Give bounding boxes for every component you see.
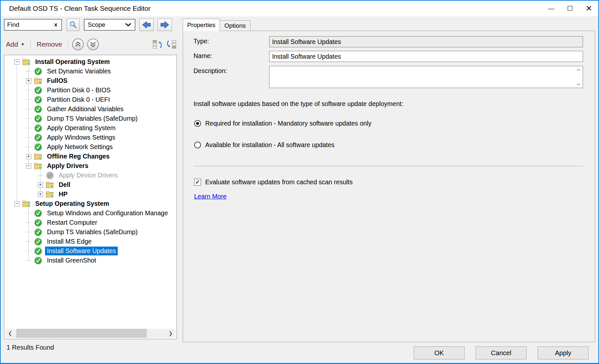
radio-button-icon[interactable] bbox=[194, 142, 201, 148]
tree-item[interactable]: Restart Computer bbox=[4, 218, 177, 227]
radio-required[interactable]: Required for installation - Mandatory so… bbox=[194, 120, 371, 127]
expand-list-button[interactable] bbox=[166, 38, 177, 50]
close-button[interactable]: ✕ bbox=[579, 1, 598, 16]
type-label: Type: bbox=[193, 36, 269, 47]
tree-expander[interactable]: − bbox=[24, 161, 33, 171]
tree-item[interactable]: Setup Windows and Configuration Manage bbox=[4, 208, 177, 218]
tree-stub bbox=[24, 256, 33, 265]
apply-button[interactable]: Apply bbox=[538, 346, 589, 359]
tree-item[interactable]: Gather Additional Variables bbox=[4, 104, 177, 114]
list-arrow-down-icon bbox=[166, 39, 177, 49]
tree-expander[interactable]: + bbox=[36, 180, 45, 190]
tree-item[interactable]: +HP bbox=[4, 190, 177, 199]
toolbar-separator bbox=[68, 39, 68, 49]
check-icon bbox=[34, 228, 42, 236]
tree-item[interactable]: +Offline Reg Changes bbox=[4, 152, 177, 161]
tree-item-label: Install MS Edge bbox=[45, 237, 94, 246]
tree-item[interactable]: Partition Disk 0 - UEFI bbox=[4, 95, 177, 104]
cancel-button[interactable]: Cancel bbox=[476, 346, 527, 359]
tree-item[interactable]: Install Software Updates bbox=[4, 246, 177, 256]
tree-item-label: FullOS bbox=[45, 76, 69, 85]
tree-item[interactable]: −Install Operating System bbox=[4, 57, 177, 67]
tree-item[interactable]: Apply Device Drivers bbox=[4, 171, 177, 180]
radio-button-icon[interactable] bbox=[194, 120, 201, 127]
chevron-down-icon bbox=[125, 23, 131, 27]
ok-button[interactable]: OK bbox=[414, 346, 465, 359]
remove-button[interactable]: Remove bbox=[35, 40, 64, 48]
tree-item-label: Apply Device Drivers bbox=[57, 171, 120, 180]
scroll-left-icon[interactable]: ❮ bbox=[5, 330, 15, 336]
tree-item[interactable]: Dump TS Variables (SafeDump) bbox=[4, 114, 177, 123]
section-divider bbox=[193, 166, 583, 166]
scroll-up-icon[interactable] bbox=[576, 68, 581, 72]
scroll-down-icon[interactable] bbox=[576, 82, 581, 86]
double-chevron-down-icon bbox=[89, 41, 97, 48]
tree-item[interactable]: Apply Windows Settings bbox=[4, 133, 177, 142]
tree-stub bbox=[24, 123, 33, 133]
tree-stub bbox=[24, 218, 33, 227]
collapse-list-button[interactable] bbox=[151, 38, 163, 50]
tree-item[interactable]: +FullOS bbox=[4, 76, 177, 85]
check-icon bbox=[34, 237, 42, 246]
checkbox-icon[interactable] bbox=[194, 179, 201, 186]
tab-options[interactable]: Options bbox=[220, 20, 251, 31]
learn-more-link[interactable]: Learn More bbox=[194, 193, 227, 200]
tree-expander[interactable]: − bbox=[12, 57, 22, 67]
check-icon bbox=[34, 219, 42, 227]
remove-button-label: Remove bbox=[37, 40, 62, 48]
evaluate-cached-checkbox-row[interactable]: Evaluate software updates from cached sc… bbox=[194, 178, 353, 186]
move-up-button[interactable] bbox=[72, 38, 84, 50]
tree-stub bbox=[24, 208, 33, 218]
search-button[interactable] bbox=[67, 19, 80, 31]
tree-item[interactable]: Apply Network Settings bbox=[4, 142, 177, 152]
tree-stub bbox=[24, 133, 33, 142]
name-field[interactable] bbox=[269, 51, 583, 62]
find-next-button[interactable] bbox=[158, 19, 172, 31]
tree-horizontal-scrollbar[interactable]: ❮ ❯ bbox=[5, 329, 176, 338]
tree-item[interactable]: Dump TS Variables (SafeDump) bbox=[4, 227, 177, 237]
check-icon bbox=[34, 209, 42, 218]
move-down-button[interactable] bbox=[87, 38, 99, 50]
find-field-wrap: x bbox=[4, 19, 62, 31]
description-label: Description: bbox=[193, 66, 269, 88]
tree-expander[interactable]: + bbox=[36, 190, 45, 199]
list-arrow-up-icon bbox=[152, 39, 162, 49]
deployment-instruction-text: Install software updates based on the ty… bbox=[193, 100, 403, 108]
radio-available[interactable]: Available for installation - All softwar… bbox=[194, 141, 334, 149]
check-icon bbox=[34, 256, 42, 265]
tree-item[interactable]: +Dell bbox=[4, 180, 177, 190]
find-clear-button[interactable]: x bbox=[52, 21, 60, 29]
find-previous-button[interactable] bbox=[139, 19, 154, 31]
tree-item[interactable]: Partition Disk 0 - BIOS bbox=[4, 85, 177, 95]
scope-dropdown[interactable]: Scope bbox=[84, 19, 135, 31]
title-bar: Default OSD TS - Clean Task Sequence Edi… bbox=[1, 1, 598, 16]
check-icon bbox=[34, 86, 42, 95]
tree-stub bbox=[24, 246, 33, 256]
tree-item-label: Apply Drivers bbox=[45, 161, 90, 170]
scrollbar-thumb[interactable] bbox=[16, 329, 147, 338]
add-button[interactable]: Add ▼ bbox=[4, 40, 26, 48]
tree-item-label: Partition Disk 0 - UEFI bbox=[45, 95, 112, 104]
name-label: Name: bbox=[193, 51, 269, 62]
tab-properties[interactable]: Properties bbox=[183, 19, 220, 31]
tree-item-label: HP bbox=[57, 190, 69, 199]
tree-item[interactable]: Install MS Edge bbox=[4, 237, 177, 246]
tree-expander[interactable]: + bbox=[24, 152, 33, 161]
scroll-right-icon[interactable]: ❯ bbox=[166, 330, 176, 336]
folder-icon bbox=[22, 58, 31, 66]
tree-expander[interactable]: − bbox=[12, 199, 22, 208]
tree-item[interactable]: −Apply Drivers bbox=[4, 161, 177, 171]
caret-down-icon: ▼ bbox=[21, 42, 24, 47]
maximize-button[interactable]: ☐ bbox=[561, 1, 579, 16]
tree-item[interactable]: −Setup Operating System bbox=[4, 199, 177, 208]
folder-icon bbox=[34, 77, 42, 85]
minimize-button[interactable]: — bbox=[542, 1, 561, 16]
tree-item[interactable]: Install GreenShot bbox=[4, 256, 177, 265]
tree: −Install Operating SystemSet Dynamic Var… bbox=[4, 55, 177, 265]
check-icon bbox=[34, 124, 42, 132]
tree-item[interactable]: Set Dynamic Variables bbox=[4, 67, 177, 76]
tree-item[interactable]: Apply Operating System bbox=[4, 123, 177, 133]
description-field[interactable] bbox=[269, 66, 574, 88]
tree-expander[interactable]: + bbox=[24, 76, 33, 85]
tree-item-label: Install Operating System bbox=[33, 57, 112, 66]
